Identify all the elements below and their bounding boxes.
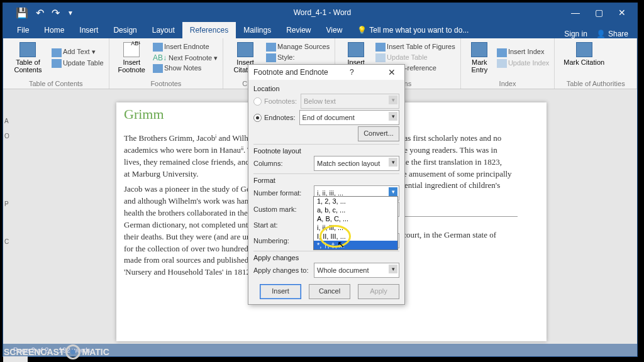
refresh-icon xyxy=(497,59,507,68)
help-icon[interactable]: ? xyxy=(350,68,354,77)
section-label: Location xyxy=(253,85,399,92)
qat-more-icon[interactable]: ▼ xyxy=(67,9,74,16)
tab-references[interactable]: References xyxy=(182,22,236,38)
tab-design[interactable]: Design xyxy=(106,22,144,38)
show-notes-button[interactable]: Show Notes xyxy=(153,64,218,73)
insert-footnote-button[interactable]: AB¹Insert Footnote xyxy=(114,40,149,76)
tab-layout[interactable]: Layout xyxy=(145,22,182,38)
apply-to-label: Apply changes to: xyxy=(253,266,310,274)
caption-icon xyxy=(348,42,364,57)
number-format-label: Number format: xyxy=(253,189,310,197)
columns-select[interactable]: Match section layout▾ xyxy=(314,156,399,171)
tab-tell-me[interactable]: 💡Tell me what you want to do... xyxy=(350,22,476,38)
cancel-button[interactable]: Cancel xyxy=(309,284,350,299)
add-text-button[interactable]: Add Text ▾ xyxy=(52,48,104,57)
dropdown-option[interactable]: 1, 2, 3, ... xyxy=(314,197,397,206)
figures-icon xyxy=(375,43,386,52)
apply-button[interactable]: Apply xyxy=(358,284,399,299)
ribbon-tabs: File Home Insert Design Layout Reference… xyxy=(3,22,637,38)
redo-icon[interactable]: ↷ xyxy=(52,7,60,19)
group-label: Table of Authorities xyxy=(555,80,636,87)
update-table-button[interactable]: Update Table xyxy=(52,59,104,68)
update-table-button[interactable]: Update Table xyxy=(375,53,455,62)
tab-insert[interactable]: Insert xyxy=(72,22,106,38)
screencast-logo-icon xyxy=(65,344,80,359)
endnotes-location-select[interactable]: End of document▾ xyxy=(299,110,399,125)
tab-file[interactable]: File xyxy=(9,22,36,38)
tab-view[interactable]: View xyxy=(319,22,350,38)
undo-icon[interactable]: ↶ xyxy=(36,7,44,19)
save-icon[interactable]: 💾 xyxy=(16,7,28,19)
insert-button[interactable]: Insert xyxy=(260,284,301,299)
share-icon: 👤 xyxy=(596,30,606,38)
apply-to-select[interactable]: Whole document▾ xyxy=(314,263,399,278)
notes-icon xyxy=(153,64,163,73)
dropdown-option[interactable]: i, ii, iii, ... xyxy=(314,223,397,232)
close-icon[interactable]: ✕ xyxy=(618,8,626,18)
footnotes-location-select: Below text▾ xyxy=(301,94,399,109)
tab-mailings[interactable]: Mailings xyxy=(236,22,279,38)
columns-label: Columns: xyxy=(253,160,310,167)
numbering-label: Numbering: xyxy=(253,237,310,244)
insert-index-button[interactable]: Insert Index xyxy=(497,48,549,57)
next-icon: AB↓ xyxy=(153,53,167,62)
endnote-icon xyxy=(153,43,163,52)
quick-access-toolbar: 💾 ↶ ↷ ▼ xyxy=(16,7,74,19)
dialog-close-icon[interactable]: ✕ xyxy=(384,67,399,77)
maximize-icon[interactable]: ▢ xyxy=(595,8,603,18)
manage-sources-button[interactable]: Manage Sources xyxy=(266,43,330,52)
bulb-icon: 💡 xyxy=(357,26,367,35)
number-format-dropdown[interactable]: 1, 2, 3, ... a, b, c, ... A, B, C, ... i… xyxy=(313,196,398,250)
mark-citation-button[interactable]: Mark Citation xyxy=(560,40,608,69)
section-label: Format xyxy=(253,177,399,184)
screencast-watermark: RECORDED WITH SCREENCAST MATIC xyxy=(4,339,109,359)
footnote-endnote-dialog: Footnote and Endnote ? ✕ Location Footno… xyxy=(248,64,405,305)
section-label: Apply changes xyxy=(253,254,399,261)
dropdown-option[interactable]: a, b, c, ... xyxy=(314,206,397,214)
refresh-icon xyxy=(375,53,386,62)
section-label: Footnote layout xyxy=(253,147,399,155)
mark-entry-button[interactable]: Mark Entry xyxy=(466,40,493,76)
endnotes-radio[interactable]: Endnotes: xyxy=(253,114,296,122)
start-at-label: Start at: xyxy=(253,221,310,229)
tab-home[interactable]: Home xyxy=(36,22,72,38)
insert-endnote-button[interactable]: Insert Endnote xyxy=(153,43,218,52)
next-footnote-button[interactable]: AB↓ Next Footnote ▾ xyxy=(153,53,218,62)
minimize-icon[interactable]: — xyxy=(571,8,580,18)
plus-icon xyxy=(52,48,62,57)
group-label: Footnotes xyxy=(109,80,223,87)
style-icon xyxy=(266,53,276,62)
toc-icon xyxy=(19,42,36,57)
mark-citation-icon xyxy=(576,42,592,57)
dropdown-option[interactable]: *, †, ‡, ... xyxy=(314,241,397,250)
window-title: Word_4-1 - Word xyxy=(74,8,571,17)
dialog-title: Footnote and Endnote xyxy=(253,68,328,77)
share-button[interactable]: 👤Share xyxy=(596,30,628,38)
citation-icon xyxy=(237,42,253,57)
group-label: Table of Contents xyxy=(3,80,109,87)
dialog-titlebar: Footnote and Endnote ? ✕ xyxy=(248,65,404,80)
tab-review[interactable]: Review xyxy=(279,22,318,38)
window-controls: — ▢ ✕ xyxy=(571,8,626,18)
dropdown-option[interactable]: I, II, III, ... xyxy=(314,232,397,241)
index-icon xyxy=(497,48,507,57)
titlebar: 💾 ↶ ↷ ▼ Word_4-1 - Word — ▢ ✕ xyxy=(3,3,637,22)
group-label: Index xyxy=(461,80,555,87)
custom-mark-label: Custom mark: xyxy=(253,206,310,213)
entry-icon xyxy=(471,42,487,57)
sources-icon xyxy=(266,43,276,52)
footnotes-radio[interactable]: Footnotes: xyxy=(253,97,297,106)
refresh-icon xyxy=(52,59,62,68)
update-index-button[interactable]: Update Index xyxy=(497,59,549,68)
table-of-contents-button[interactable]: Table of Contents xyxy=(8,40,48,76)
convert-button[interactable]: Convert... xyxy=(358,126,399,141)
sign-in-link[interactable]: Sign in xyxy=(564,30,587,38)
dropdown-option[interactable]: A, B, C, ... xyxy=(314,214,397,223)
left-gutter: AOPC xyxy=(3,102,28,362)
style-dropdown[interactable]: Style: xyxy=(266,53,330,62)
insert-table-figures-button[interactable]: Insert Table of Figures xyxy=(375,43,455,52)
